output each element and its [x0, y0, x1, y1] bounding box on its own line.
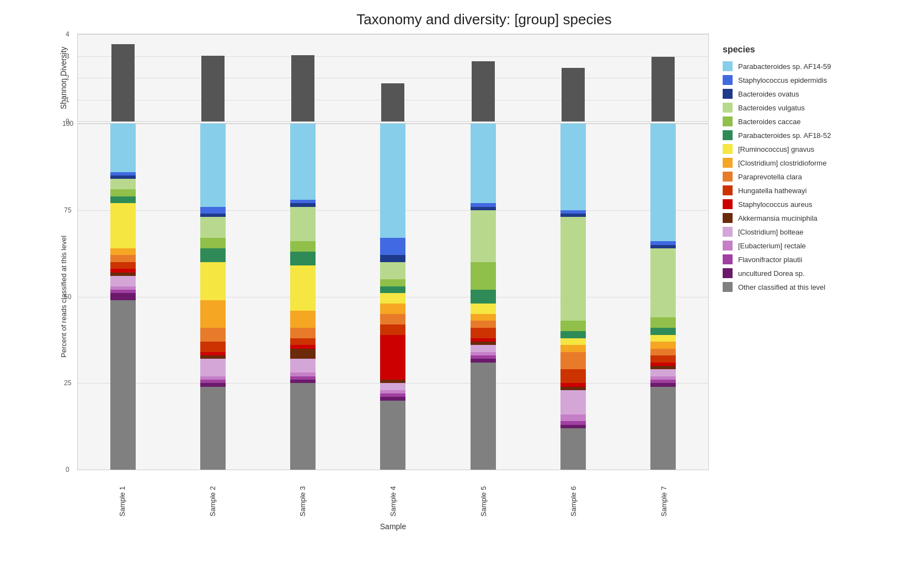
stacked-bar-6	[560, 124, 586, 470]
segment-4-12	[380, 279, 405, 286]
legend-label-13: [Eubacterium] rectale	[738, 242, 806, 250]
legend-color-2	[723, 89, 733, 99]
legend-item-15: uncultured Dorea sp.	[723, 268, 916, 278]
segment-3-16	[290, 124, 316, 200]
segment-5-16	[471, 124, 496, 203]
stacked-tick-0: 0	[66, 466, 70, 473]
segment-5-9	[471, 314, 496, 321]
segment-1-12	[110, 189, 136, 196]
segment-4-11	[380, 286, 405, 294]
x-label-5: Sample 5	[479, 472, 488, 517]
shannon-bar-group-5	[438, 34, 528, 121]
segment-1-8	[110, 255, 136, 262]
x-label-4: Sample 4	[389, 472, 397, 517]
segment-4-10	[380, 293, 405, 304]
stacked-tick-25: 25	[64, 379, 71, 387]
legend-color-16	[723, 282, 733, 292]
x-label-1: Sample 1	[118, 472, 126, 517]
stacked-bar-4	[380, 124, 405, 470]
segment-6-8	[560, 352, 586, 369]
x-label-group-6: Sample 6	[528, 472, 619, 517]
legend-item-10: Staphylococcus aureus	[723, 199, 916, 209]
legend-color-8	[723, 172, 733, 182]
stacked-bars-container	[78, 124, 708, 470]
x-label-group-3: Sample 3	[258, 472, 348, 517]
legend-color-3	[723, 103, 733, 113]
segment-5-11	[471, 290, 496, 304]
legend-color-6	[723, 144, 733, 154]
segment-7-9	[650, 342, 676, 349]
segment-5-13	[471, 210, 496, 262]
segment-3-12	[290, 241, 316, 252]
shannon-bar-2	[201, 56, 225, 121]
stacked-bar-7	[650, 124, 676, 470]
shannon-bar-1	[111, 44, 135, 121]
legend-label-11: Akkermansia muciniphila	[738, 214, 818, 222]
legend-label-4: Bacteroides caccae	[738, 118, 800, 126]
segment-2-15	[200, 207, 226, 214]
segment-6-9	[560, 345, 586, 352]
shannon-tick-3: 3	[66, 52, 70, 60]
segment-2-4	[200, 359, 226, 376]
segment-4-0	[380, 401, 405, 470]
segment-4-9	[380, 304, 405, 314]
legend-item-1: Staphylococcus epidermidis	[723, 75, 916, 85]
segment-7-16	[650, 124, 676, 241]
legend-item-14: Flavonifractor plautii	[723, 254, 916, 264]
legend-label-15: uncultured Dorea sp.	[738, 269, 805, 278]
segment-5-7	[471, 328, 496, 338]
segment-1-7	[110, 262, 136, 269]
segment-6-12	[560, 321, 586, 331]
legend-color-12	[723, 227, 733, 237]
legend-color-10	[723, 199, 733, 209]
shannon-bar-group-2	[168, 34, 258, 121]
segment-3-10	[290, 265, 316, 311]
segment-2-9	[200, 300, 226, 328]
segment-7-13	[650, 248, 676, 317]
segment-5-4	[471, 345, 496, 352]
legend-item-12: [Clostridium] bolteae	[723, 227, 916, 237]
segment-2-7	[200, 342, 226, 352]
segment-7-10	[650, 335, 676, 342]
legend-item-0: Parabacteroides sp. AF14-59	[723, 61, 916, 71]
chart-container: Taxonomy and diversity: [group] species …	[0, 0, 924, 564]
legend-color-4	[723, 116, 733, 126]
shannon-bar-group-6	[528, 34, 618, 121]
shannon-bar-5	[472, 61, 495, 121]
plots-and-legend: Shannon Diversity 4 3 2 1 0	[0, 34, 924, 531]
stacked-tick-100: 100	[62, 120, 73, 127]
segment-4-7	[380, 324, 405, 335]
shannon-bar-7	[651, 57, 675, 121]
segment-2-8	[200, 328, 226, 342]
chart-title: Taxonomy and diversity: [group] species	[0, 11, 924, 28]
shannon-bars	[78, 34, 708, 121]
legend-color-1	[723, 75, 733, 85]
x-label-7: Sample 7	[660, 472, 668, 517]
legend-color-5	[723, 130, 733, 140]
segment-3-0	[290, 383, 316, 470]
legend-item-11: Akkermansia muciniphila	[723, 213, 916, 223]
segment-3-9	[290, 311, 316, 328]
stacked-bar-1	[110, 124, 136, 470]
legend-label-16: Other classified at this level	[738, 283, 825, 291]
legend-color-9	[723, 185, 733, 195]
stacked-bar-group-5	[438, 124, 528, 470]
shannon-tick-1: 1	[66, 96, 70, 104]
segment-7-8	[650, 349, 676, 356]
stacked-bar-group-7	[618, 124, 708, 470]
stacked-bar-group-1	[78, 124, 168, 470]
x-label-3: Sample 3	[298, 472, 307, 517]
segment-4-14	[380, 255, 405, 262]
x-label-2: Sample 2	[209, 472, 217, 517]
segment-3-8	[290, 328, 316, 338]
legend-item-3: Bacteroides vulgatus	[723, 103, 916, 113]
x-axis-title: Sample	[50, 522, 709, 531]
shannon-bar-6	[562, 68, 585, 121]
segment-3-4	[290, 359, 316, 373]
x-label-group-5: Sample 5	[438, 472, 528, 517]
segment-3-5	[290, 349, 316, 359]
legend-items: Parabacteroides sp. AF14-59Staphylococcu…	[723, 61, 916, 296]
segment-4-15	[380, 238, 405, 255]
legend-label-7: [Clostridium] clostridioforme	[738, 159, 826, 167]
shannon-tick-4: 4	[66, 30, 70, 38]
